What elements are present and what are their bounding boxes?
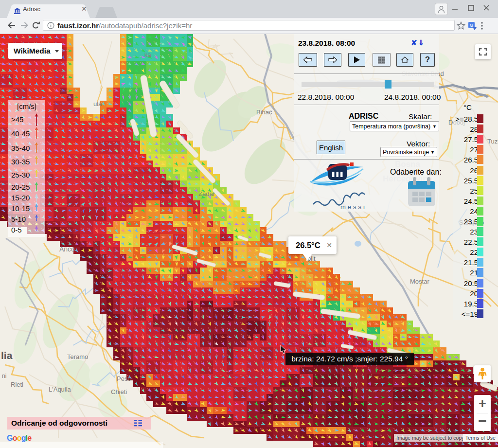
svg-text:Rieti: Rieti: [11, 381, 23, 388]
svg-text:Chieti: Chieti: [111, 388, 127, 395]
svg-text:Bihać: Bihać: [256, 108, 272, 116]
svg-text:Anco: Anco: [59, 245, 75, 253]
svg-text:ula: ula: [93, 100, 102, 108]
svg-text:Tuzla: Tuzla: [487, 138, 498, 145]
svg-text:Mostar: Mostar: [410, 278, 429, 285]
svg-text:Pesc: Pesc: [117, 375, 131, 382]
svg-text:lia: lia: [1, 350, 13, 361]
svg-text:Zadar: Zadar: [198, 190, 215, 197]
svg-text:ka: ka: [144, 51, 152, 58]
svg-text:ni: ni: [2, 373, 6, 379]
svg-text:Teramo: Teramo: [67, 353, 88, 360]
svg-text:L'Aquila: L'Aquila: [49, 386, 71, 393]
svg-text:messi: messi: [340, 203, 367, 210]
